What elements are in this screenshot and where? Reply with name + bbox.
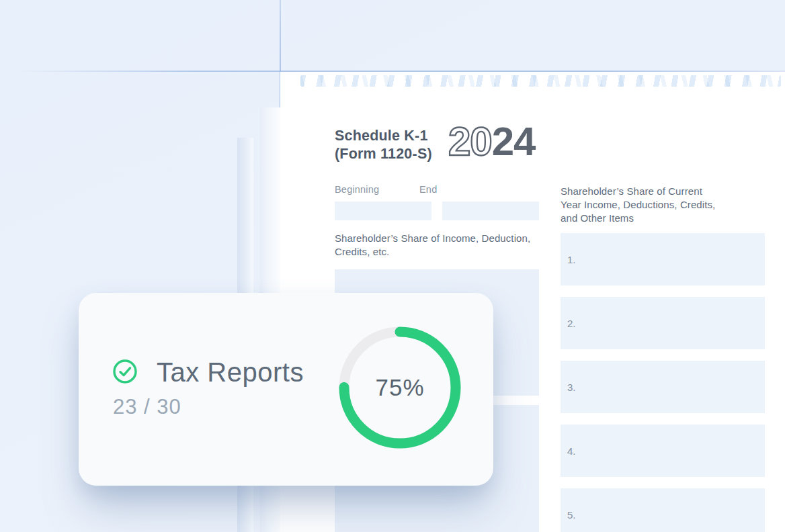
right-section-heading-line2: Year Income, Deductions, Credits, — [561, 198, 715, 212]
card-title-row: Tax Reports — [112, 357, 304, 388]
item-list: 1. 2. 3. 4. 5. — [561, 233, 765, 532]
form-year-outline-digits: 20 — [448, 119, 492, 164]
card-title: Tax Reports — [157, 357, 304, 388]
tax-reports-card: Tax Reports 23 / 30 75% — [79, 293, 493, 486]
left-section-heading: Shareholder’s Share of Income, Deduction… — [335, 232, 530, 259]
right-column: Shareholder’s Share of Current Year Inco… — [561, 72, 765, 532]
form-year: 2024 — [448, 122, 536, 162]
item-number: 5. — [567, 509, 576, 521]
right-section-heading: Shareholder’s Share of Current Year Inco… — [561, 185, 715, 225]
check-circle-icon — [112, 359, 138, 387]
end-field-label: End — [419, 184, 437, 195]
background: Schedule K-1 (Form 1120-S) 2024 Beginnin… — [0, 0, 785, 532]
end-date-field[interactable] — [442, 202, 539, 220]
item-number: 3. — [567, 382, 576, 393]
progress-percent-label: 75% — [336, 324, 464, 451]
beginning-date-field[interactable] — [335, 202, 431, 220]
item-slot-4[interactable]: 4. — [561, 425, 765, 477]
progress-ring: 75% — [336, 324, 464, 451]
item-number: 2. — [567, 318, 576, 329]
form-year-bold-digits: 24 — [492, 119, 536, 164]
right-section-heading-line3: and Other Items — [561, 212, 715, 225]
item-slot-5[interactable]: 5. — [561, 488, 765, 532]
item-number: 1. — [567, 254, 576, 265]
left-section-heading-line1: Shareholder’s Share of Income, Deduction… — [335, 232, 530, 245]
form-title-line1: Schedule K-1 — [335, 127, 432, 145]
item-number: 4. — [567, 445, 576, 457]
item-slot-3[interactable]: 3. — [561, 361, 765, 413]
left-section-heading-line2: Credits, etc. — [335, 245, 530, 259]
item-slot-2[interactable]: 2. — [561, 297, 765, 349]
card-progress-count: 23 / 30 — [113, 395, 181, 419]
right-section-heading-line1: Shareholder’s Share of Current — [561, 185, 715, 198]
item-slot-1[interactable]: 1. — [561, 233, 765, 285]
form-title: Schedule K-1 (Form 1120-S) — [335, 127, 432, 163]
beginning-field-label: Beginning — [335, 184, 379, 195]
form-title-line2: (Form 1120-S) — [335, 145, 432, 163]
